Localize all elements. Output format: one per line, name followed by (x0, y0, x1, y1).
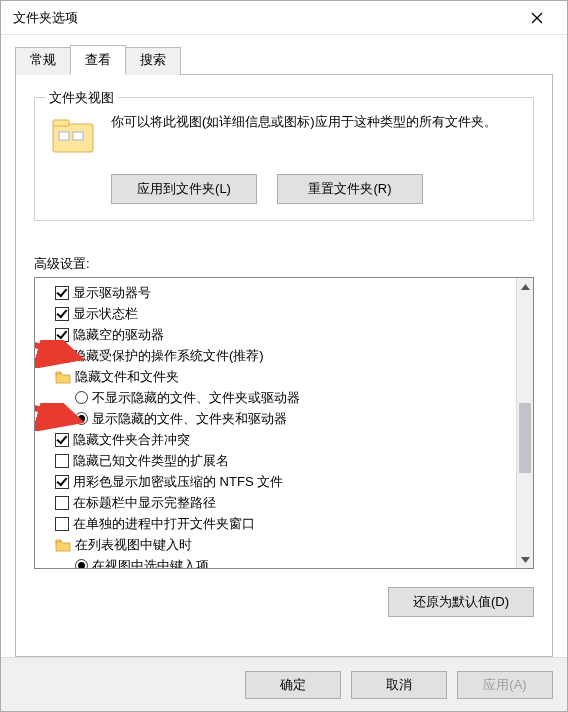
radio-icon[interactable] (75, 412, 88, 425)
scroll-up-button[interactable] (517, 278, 533, 295)
checkbox-icon[interactable] (55, 286, 69, 300)
svg-marker-13 (521, 557, 530, 563)
checkbox-icon[interactable] (55, 496, 69, 510)
list-item[interactable]: 显示驱动器号 (37, 282, 514, 303)
advanced-settings-label: 高级设置: (34, 255, 534, 273)
dialog-window: 文件夹选项 常规 查看 搜索 文件夹视图 (0, 0, 568, 712)
list-item-label: 隐藏受保护的操作系统文件(推荐) (73, 347, 264, 365)
tab-general[interactable]: 常规 (15, 47, 71, 75)
scrollbar-thumb[interactable] (519, 403, 531, 473)
ok-button[interactable]: 确定 (245, 671, 341, 699)
list-item[interactable]: 在单独的进程中打开文件夹窗口 (37, 513, 514, 534)
folder-view-group: 文件夹视图 你可以将此视图(如详细信息或图标)应用于这种类型的所有文件夹。 应用… (34, 97, 534, 221)
restore-defaults-button[interactable]: 还原为默认值(D) (388, 587, 534, 617)
tab-search[interactable]: 搜索 (125, 47, 181, 75)
list-item: 在列表视图中键入时 (37, 534, 514, 555)
checkbox-icon[interactable] (55, 349, 69, 363)
tab-panel-view: 文件夹视图 你可以将此视图(如详细信息或图标)应用于这种类型的所有文件夹。 应用… (15, 74, 553, 657)
dialog-body: 常规 查看 搜索 文件夹视图 你可以将此视图(如详细信息或图标)应用于这种类型的… (1, 35, 567, 657)
list-item-label: 显示隐藏的文件、文件夹和驱动器 (92, 410, 287, 428)
apply-to-folders-button[interactable]: 应用到文件夹(L) (111, 174, 257, 204)
checkbox-icon[interactable] (55, 328, 69, 342)
checkbox-icon[interactable] (55, 307, 69, 321)
checkbox-icon[interactable] (55, 454, 69, 468)
list-item[interactable]: 用彩色显示加密或压缩的 NTFS 文件 (37, 471, 514, 492)
list-item-label: 隐藏文件夹合并冲突 (73, 431, 190, 449)
scroll-down-button[interactable] (517, 551, 533, 568)
chevron-up-icon (521, 284, 530, 290)
list-item-label: 在列表视图中键入时 (75, 536, 192, 554)
list-item[interactable]: 隐藏已知文件类型的扩展名 (37, 450, 514, 471)
list-item[interactable]: 隐藏空的驱动器 (37, 324, 514, 345)
restore-row: 还原为默认值(D) (34, 587, 534, 617)
apply-button[interactable]: 应用(A) (457, 671, 553, 699)
list-item[interactable]: 显示隐藏的文件、文件夹和驱动器 (37, 408, 514, 429)
list-item[interactable]: 隐藏文件夹合并冲突 (37, 429, 514, 450)
list-item[interactable]: 隐藏受保护的操作系统文件(推荐) (37, 345, 514, 366)
dialog-footer: 确定 取消 应用(A) (1, 657, 567, 711)
checkbox-icon[interactable] (55, 433, 69, 447)
folder-icon (49, 112, 97, 160)
svg-rect-3 (53, 120, 69, 126)
folder-icon (55, 370, 71, 384)
list-item-label: 不显示隐藏的文件、文件夹或驱动器 (92, 389, 300, 407)
group-description: 你可以将此视图(如详细信息或图标)应用于这种类型的所有文件夹。 (111, 112, 519, 133)
chevron-down-icon (521, 557, 530, 563)
group-content: 你可以将此视图(如详细信息或图标)应用于这种类型的所有文件夹。 (49, 112, 519, 160)
list-item-label: 显示状态栏 (73, 305, 138, 323)
scrollbar (516, 278, 533, 568)
list-item-label: 隐藏空的驱动器 (73, 326, 164, 344)
list-item-label: 隐藏文件和文件夹 (75, 368, 179, 386)
group-label: 文件夹视图 (45, 89, 118, 107)
list-item[interactable]: 不显示隐藏的文件、文件夹或驱动器 (37, 387, 514, 408)
close-button[interactable] (517, 4, 557, 32)
list-item-label: 在视图中选中键入项 (92, 557, 209, 569)
list-item-label: 隐藏已知文件类型的扩展名 (73, 452, 229, 470)
radio-icon[interactable] (75, 391, 88, 404)
tab-view[interactable]: 查看 (70, 45, 126, 75)
list-item-label: 用彩色显示加密或压缩的 NTFS 文件 (73, 473, 283, 491)
scrollbar-track[interactable] (517, 295, 533, 551)
svg-rect-4 (59, 132, 69, 140)
advanced-settings-listbox: 显示驱动器号显示状态栏隐藏空的驱动器隐藏受保护的操作系统文件(推荐)隐藏文件和文… (34, 277, 534, 569)
svg-rect-5 (73, 132, 83, 140)
titlebar: 文件夹选项 (1, 1, 567, 35)
list-item[interactable]: 在视图中选中键入项 (37, 555, 514, 568)
checkbox-icon[interactable] (55, 517, 69, 531)
tab-strip: 常规 查看 搜索 (15, 45, 553, 75)
reset-folders-button[interactable]: 重置文件夹(R) (277, 174, 423, 204)
radio-icon[interactable] (75, 559, 88, 568)
list-item-label: 显示驱动器号 (73, 284, 151, 302)
window-title: 文件夹选项 (13, 9, 517, 27)
list-item: 隐藏文件和文件夹 (37, 366, 514, 387)
list-item[interactable]: 显示状态栏 (37, 303, 514, 324)
svg-marker-12 (521, 284, 530, 290)
list-item-label: 在标题栏中显示完整路径 (73, 494, 216, 512)
listbox-viewport[interactable]: 显示驱动器号显示状态栏隐藏空的驱动器隐藏受保护的操作系统文件(推荐)隐藏文件和文… (35, 278, 516, 568)
close-icon (531, 12, 543, 24)
group-buttons: 应用到文件夹(L) 重置文件夹(R) (111, 174, 519, 204)
cancel-button[interactable]: 取消 (351, 671, 447, 699)
svg-rect-11 (56, 540, 61, 542)
folder-icon (55, 538, 71, 552)
list-item-label: 在单独的进程中打开文件夹窗口 (73, 515, 255, 533)
list-item[interactable]: 在标题栏中显示完整路径 (37, 492, 514, 513)
svg-rect-10 (56, 372, 61, 374)
checkbox-icon[interactable] (55, 475, 69, 489)
